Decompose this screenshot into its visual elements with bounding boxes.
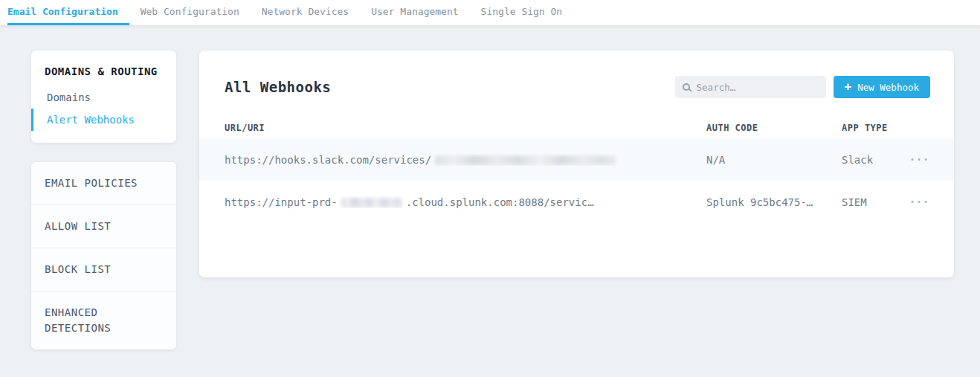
redacted-text	[435, 155, 616, 165]
top-nav: Email Configuration Web Configuration Ne…	[0, 0, 980, 25]
tab-user-management[interactable]: User Management	[360, 0, 469, 25]
search-box	[675, 76, 826, 98]
webhook-app-type: Slack	[842, 154, 899, 166]
sidebar: DOMAINS & ROUTING Domains Alert Webhooks…	[31, 51, 176, 349]
new-webhook-button[interactable]: + New Webhook	[834, 76, 930, 98]
page-title: All Webhooks	[225, 79, 331, 95]
webhooks-panel: All Webhooks + New Webhook URL/URI AUTH …	[199, 51, 954, 277]
panel-header: All Webhooks + New Webhook	[199, 51, 954, 117]
table-row: https://hooks.slack.com/services/ N/A Sl…	[199, 138, 954, 181]
tab-single-sign-on[interactable]: Single Sign On	[470, 0, 574, 25]
plus-icon: +	[845, 81, 852, 93]
search-icon	[683, 83, 690, 91]
webhook-auth-code: Splunk 9c5bc475-…	[706, 196, 842, 208]
webhooks-table: URL/URI AUTH CODE APP TYPE https://hooks…	[199, 117, 954, 223]
table-row: https://input-prd-.cloud.splunk.com:8088…	[199, 181, 954, 223]
sidebar-item-block-list[interactable]: BLOCK LIST	[31, 248, 176, 291]
domains-routing-title: DOMAINS & ROUTING	[31, 64, 176, 86]
domains-routing-card: DOMAINS & ROUTING Domains Alert Webhooks	[31, 51, 176, 143]
sidebar-item-alert-webhooks[interactable]: Alert Webhooks	[31, 109, 176, 131]
sidebar-item-domains[interactable]: Domains	[31, 86, 176, 109]
header-actions: + New Webhook	[675, 76, 930, 98]
webhook-url: https://hooks.slack.com/services/	[225, 154, 706, 166]
tab-email-configuration[interactable]: Email Configuration	[7, 0, 129, 25]
webhook-app-type: SIEM	[842, 196, 899, 208]
sidebar-item-enhanced-detections[interactable]: ENHANCED DETECTIONS	[31, 291, 176, 349]
tab-network-devices[interactable]: Network Devices	[251, 0, 360, 25]
sidebar-sections-card: EMAIL POLICIES ALLOW LIST BLOCK LIST ENH…	[31, 162, 176, 349]
sidebar-item-allow-list[interactable]: ALLOW LIST	[31, 205, 176, 248]
page-body: DOMAINS & ROUTING Domains Alert Webhooks…	[0, 25, 980, 349]
row-actions-menu-icon[interactable]: •••	[899, 152, 930, 167]
new-webhook-label: New Webhook	[857, 82, 919, 93]
webhook-url: https://input-prd-.cloud.splunk.com:8088…	[225, 196, 706, 208]
sidebar-item-email-policies[interactable]: EMAIL POLICIES	[31, 162, 176, 205]
row-actions-menu-icon[interactable]: •••	[899, 195, 930, 209]
table-header-row: URL/URI AUTH CODE APP TYPE	[199, 117, 954, 138]
tab-web-configuration[interactable]: Web Configuration	[129, 0, 251, 25]
redacted-text	[341, 198, 402, 207]
webhook-auth-code: N/A	[706, 154, 842, 166]
column-header-app-type: APP TYPE	[842, 123, 899, 133]
search-input[interactable]	[697, 82, 819, 93]
column-header-auth-code: AUTH CODE	[706, 123, 842, 133]
column-header-url: URL/URI	[225, 123, 706, 133]
